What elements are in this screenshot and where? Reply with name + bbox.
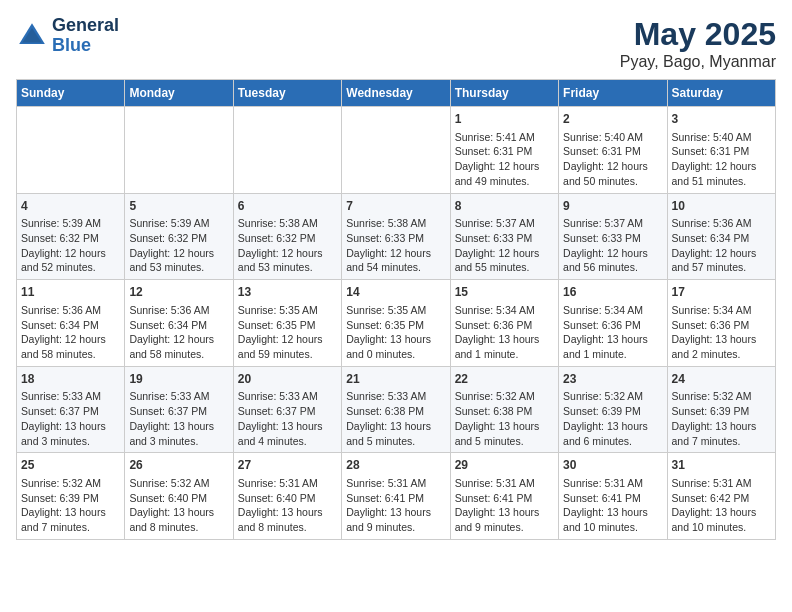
day-info: Sunrise: 5:38 AM	[346, 216, 445, 231]
calendar-week-3: 11Sunrise: 5:36 AMSunset: 6:34 PMDayligh…	[17, 280, 776, 367]
day-info: Daylight: 12 hours	[346, 246, 445, 261]
day-info: Sunset: 6:33 PM	[455, 231, 554, 246]
calendar-cell: 25Sunrise: 5:32 AMSunset: 6:39 PMDayligh…	[17, 453, 125, 540]
day-info: Sunrise: 5:34 AM	[672, 303, 771, 318]
day-number: 18	[21, 371, 120, 388]
day-info: Sunset: 6:37 PM	[129, 404, 228, 419]
day-info: Daylight: 13 hours	[346, 332, 445, 347]
day-info: Sunrise: 5:35 AM	[238, 303, 337, 318]
day-number: 17	[672, 284, 771, 301]
day-info: Sunset: 6:36 PM	[563, 318, 662, 333]
day-info: Daylight: 13 hours	[455, 332, 554, 347]
day-info: and 57 minutes.	[672, 260, 771, 275]
calendar-cell: 30Sunrise: 5:31 AMSunset: 6:41 PMDayligh…	[559, 453, 667, 540]
day-info: Sunset: 6:41 PM	[455, 491, 554, 506]
day-info: Daylight: 13 hours	[563, 332, 662, 347]
logo-general: General	[52, 16, 119, 36]
day-info: and 10 minutes.	[672, 520, 771, 535]
day-info: Sunrise: 5:32 AM	[21, 476, 120, 491]
day-info: Sunset: 6:32 PM	[21, 231, 120, 246]
calendar-cell: 3Sunrise: 5:40 AMSunset: 6:31 PMDaylight…	[667, 107, 775, 194]
day-info: Sunset: 6:37 PM	[21, 404, 120, 419]
day-info: Daylight: 12 hours	[672, 246, 771, 261]
day-number: 8	[455, 198, 554, 215]
day-info: and 59 minutes.	[238, 347, 337, 362]
day-info: Sunrise: 5:33 AM	[129, 389, 228, 404]
day-number: 3	[672, 111, 771, 128]
logo: General Blue	[16, 16, 119, 56]
day-info: Sunrise: 5:35 AM	[346, 303, 445, 318]
day-header-saturday: Saturday	[667, 80, 775, 107]
calendar-cell	[125, 107, 233, 194]
day-number: 12	[129, 284, 228, 301]
day-info: Daylight: 13 hours	[672, 505, 771, 520]
day-number: 24	[672, 371, 771, 388]
page-title: May 2025	[620, 16, 776, 53]
day-info: Daylight: 13 hours	[563, 505, 662, 520]
day-info: Sunset: 6:40 PM	[129, 491, 228, 506]
day-info: Daylight: 12 hours	[672, 159, 771, 174]
day-number: 21	[346, 371, 445, 388]
day-info: Sunrise: 5:36 AM	[672, 216, 771, 231]
day-info: and 58 minutes.	[129, 347, 228, 362]
day-info: Sunrise: 5:36 AM	[129, 303, 228, 318]
day-info: and 1 minute.	[563, 347, 662, 362]
day-info: Sunset: 6:36 PM	[672, 318, 771, 333]
day-info: Daylight: 12 hours	[21, 332, 120, 347]
calendar-cell: 11Sunrise: 5:36 AMSunset: 6:34 PMDayligh…	[17, 280, 125, 367]
day-info: Daylight: 12 hours	[563, 246, 662, 261]
day-header-wednesday: Wednesday	[342, 80, 450, 107]
day-number: 26	[129, 457, 228, 474]
day-info: and 50 minutes.	[563, 174, 662, 189]
calendar-week-4: 18Sunrise: 5:33 AMSunset: 6:37 PMDayligh…	[17, 366, 776, 453]
day-info: Sunrise: 5:39 AM	[129, 216, 228, 231]
day-info: Daylight: 12 hours	[238, 246, 337, 261]
day-info: Daylight: 13 hours	[455, 505, 554, 520]
day-info: and 6 minutes.	[563, 434, 662, 449]
day-info: Sunrise: 5:31 AM	[238, 476, 337, 491]
day-info: Daylight: 13 hours	[672, 419, 771, 434]
page-header: General Blue May 2025 Pyay, Bago, Myanma…	[16, 16, 776, 71]
calendar-cell: 6Sunrise: 5:38 AMSunset: 6:32 PMDaylight…	[233, 193, 341, 280]
day-number: 5	[129, 198, 228, 215]
day-info: and 8 minutes.	[129, 520, 228, 535]
calendar-cell: 29Sunrise: 5:31 AMSunset: 6:41 PMDayligh…	[450, 453, 558, 540]
day-info: Sunrise: 5:36 AM	[21, 303, 120, 318]
logo-icon	[16, 20, 48, 52]
day-info: Sunrise: 5:40 AM	[563, 130, 662, 145]
day-info: Daylight: 13 hours	[563, 419, 662, 434]
day-info: Sunrise: 5:38 AM	[238, 216, 337, 231]
day-number: 31	[672, 457, 771, 474]
day-info: Daylight: 13 hours	[238, 419, 337, 434]
day-info: and 7 minutes.	[21, 520, 120, 535]
calendar-cell: 27Sunrise: 5:31 AMSunset: 6:40 PMDayligh…	[233, 453, 341, 540]
day-info: Sunset: 6:34 PM	[672, 231, 771, 246]
calendar-cell: 26Sunrise: 5:32 AMSunset: 6:40 PMDayligh…	[125, 453, 233, 540]
calendar-table: SundayMondayTuesdayWednesdayThursdayFrid…	[16, 79, 776, 540]
day-info: and 53 minutes.	[238, 260, 337, 275]
day-info: and 58 minutes.	[21, 347, 120, 362]
day-info: Sunrise: 5:31 AM	[672, 476, 771, 491]
calendar-cell: 9Sunrise: 5:37 AMSunset: 6:33 PMDaylight…	[559, 193, 667, 280]
day-number: 22	[455, 371, 554, 388]
day-info: Sunrise: 5:33 AM	[238, 389, 337, 404]
day-info: Sunset: 6:35 PM	[238, 318, 337, 333]
day-info: Sunrise: 5:33 AM	[21, 389, 120, 404]
day-info: Daylight: 13 hours	[346, 505, 445, 520]
calendar-cell	[233, 107, 341, 194]
day-info: Daylight: 12 hours	[21, 246, 120, 261]
day-info: Sunset: 6:39 PM	[563, 404, 662, 419]
day-header-tuesday: Tuesday	[233, 80, 341, 107]
day-header-sunday: Sunday	[17, 80, 125, 107]
day-number: 14	[346, 284, 445, 301]
day-info: Sunset: 6:41 PM	[346, 491, 445, 506]
calendar-week-1: 1Sunrise: 5:41 AMSunset: 6:31 PMDaylight…	[17, 107, 776, 194]
day-info: Sunrise: 5:33 AM	[346, 389, 445, 404]
day-info: Daylight: 12 hours	[238, 332, 337, 347]
day-info: Sunset: 6:39 PM	[672, 404, 771, 419]
day-info: and 8 minutes.	[238, 520, 337, 535]
day-info: Sunset: 6:36 PM	[455, 318, 554, 333]
day-info: Daylight: 13 hours	[238, 505, 337, 520]
day-info: Sunset: 6:41 PM	[563, 491, 662, 506]
calendar-cell: 20Sunrise: 5:33 AMSunset: 6:37 PMDayligh…	[233, 366, 341, 453]
